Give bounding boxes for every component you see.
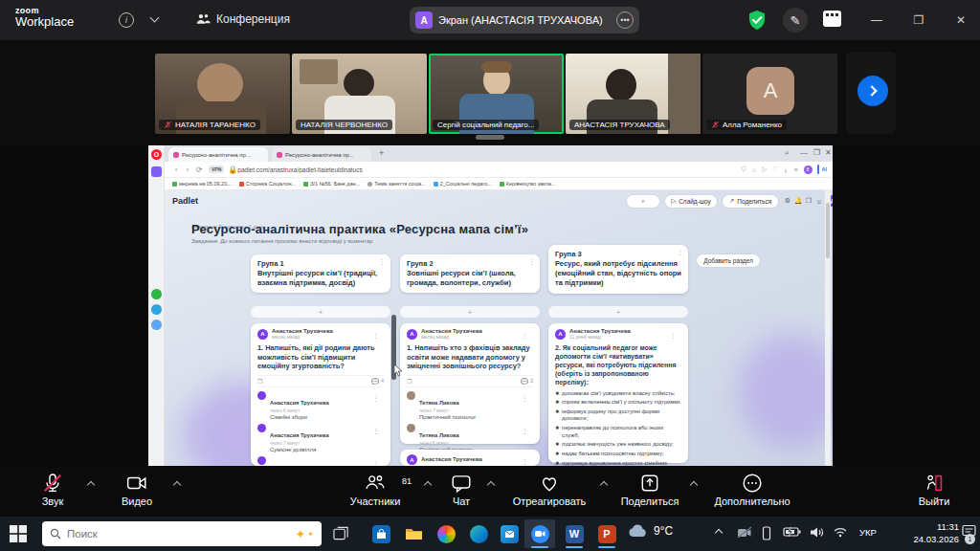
- user-icon[interactable]: ☺: [814, 198, 824, 205]
- clock[interactable]: 11:31 24.03.2026: [888, 521, 959, 546]
- back-icon[interactable]: ‹: [170, 165, 182, 174]
- padlet-share-button[interactable]: ↗Поделиться: [723, 195, 778, 208]
- post-card-group3[interactable]: А Анастасия Трухачева 11 дней назад ⋮ 2.…: [548, 323, 688, 463]
- comment-menu-icon[interactable]: ⋮: [372, 428, 379, 435]
- column-menu-icon[interactable]: ⋮: [528, 258, 535, 266]
- video-options-chevron[interactable]: [173, 481, 181, 489]
- participants-button[interactable]: Участники 81: [331, 473, 419, 507]
- participant-tile[interactable]: АНАСТАСІЯ ТРУХАЧОВА: [566, 54, 701, 134]
- speaker-tray-icon[interactable]: [810, 526, 825, 539]
- chat-options-chevron[interactable]: [487, 481, 495, 489]
- bookmark-item[interactable]: мережа на 05.09.20...: [172, 181, 232, 187]
- copilot-m365-icon[interactable]: [431, 519, 461, 548]
- taskbar-search[interactable]: ✦ ✦: [42, 521, 322, 546]
- column-header-group3[interactable]: ⋮ Група 3 Ресурс, який потребує підсилен…: [548, 245, 688, 294]
- sidebar-toggle-icon[interactable]: [817, 165, 819, 174]
- minimize-button[interactable]: —: [863, 10, 890, 31]
- messenger-icon[interactable]: [151, 320, 162, 330]
- security-shield-icon[interactable]: [746, 10, 768, 31]
- padlet-search-button[interactable]: ⌕: [627, 195, 659, 208]
- add-section-button[interactable]: Добавить раздел: [697, 254, 760, 267]
- weather-widget[interactable]: 9°C: [627, 523, 673, 539]
- language-indicator[interactable]: УКР: [859, 527, 877, 538]
- download-icon[interactable]: ⭳: [781, 166, 791, 173]
- tab-more-icon[interactable]: •••: [616, 11, 634, 29]
- aria-ai-button[interactable]: AI: [822, 166, 828, 172]
- post-card-group2[interactable]: А Анастасия Трухачева месяц назад ⋮ 1. Н…: [400, 323, 540, 444]
- close-button[interactable]: ✕: [947, 10, 974, 31]
- address-bar[interactable]: padlet.com/anastruxa/padlet-tiaieteuldin…: [237, 166, 738, 173]
- browser-restore-icon[interactable]: ❐: [813, 148, 820, 157]
- meeting-info-icon[interactable]: i: [119, 12, 134, 28]
- add-post-button[interactable]: +: [400, 306, 540, 318]
- browser-tab[interactable]: Ресурсно-аналітична пр...: [272, 147, 371, 162]
- react-button[interactable]: Отреагировать: [501, 473, 597, 507]
- post-menu-icon[interactable]: ⋮: [372, 332, 379, 340]
- gear-icon[interactable]: ⚙: [783, 197, 792, 205]
- bookmark-item[interactable]: 2_Соціальні педаго...: [434, 181, 492, 187]
- annotate-icon[interactable]: ✎: [783, 8, 808, 33]
- next-videos-button[interactable]: [858, 76, 888, 106]
- add-post-button[interactable]: +: [251, 306, 390, 318]
- bookmark-item[interactable]: Тема заняття соціа...: [368, 181, 426, 187]
- forward-icon[interactable]: ›: [182, 165, 193, 174]
- word-app-icon[interactable]: W: [559, 519, 590, 548]
- heart-collections-icon[interactable]: ♡: [770, 165, 781, 173]
- leave-button[interactable]: Выйти: [903, 473, 965, 507]
- slideshow-button[interactable]: ▷Слайд-шоу: [665, 195, 717, 208]
- zoom-app-icon[interactable]: [524, 519, 555, 548]
- participant-tile[interactable]: НАТАЛІЯ ТАРАНЕНКО: [155, 54, 290, 134]
- post-menu-icon[interactable]: ⋮: [522, 332, 528, 340]
- workspace-icon[interactable]: [151, 166, 162, 177]
- phone-link-tray-icon[interactable]: [762, 526, 771, 540]
- column-header-group1[interactable]: ⋮ Група 1 Внутрішні ресурси сім’ї (тради…: [251, 254, 390, 293]
- whatsapp-icon[interactable]: [151, 289, 162, 299]
- bookmark-icon[interactable]: ⛉: [739, 165, 749, 173]
- browser-minimize-icon[interactable]: —: [800, 148, 808, 157]
- apps-grid-icon[interactable]: [823, 11, 841, 27]
- reload-icon[interactable]: ⟳: [193, 165, 205, 174]
- chevron-down-icon[interactable]: [150, 13, 160, 23]
- browser-search-icon[interactable]: ⌕: [785, 148, 789, 158]
- participants-options-chevron[interactable]: [424, 481, 432, 489]
- post-card-group1[interactable]: А Анастасия Трухачева месяц назад ⋮ 1. Н…: [251, 323, 390, 466]
- audio-options-chevron[interactable]: [87, 481, 95, 489]
- post-card-partial[interactable]: А Анастасия Трухачева ⋮: [400, 450, 540, 466]
- participant-tile[interactable]: А Алла Романенко: [702, 54, 837, 134]
- bookmark-item[interactable]: З/1 №56: Банк дан...: [303, 181, 360, 187]
- column-menu-icon[interactable]: ⋮: [379, 258, 386, 266]
- bookmark-item[interactable]: Керівництво закла...: [500, 181, 556, 187]
- restore-button[interactable]: ❐: [905, 10, 932, 31]
- participant-tile-active-speaker[interactable]: Сергій соціальний педаго...: [429, 54, 564, 134]
- start-button[interactable]: [10, 525, 27, 542]
- outlook-app-icon[interactable]: [494, 519, 524, 548]
- hidden-icons-chevron[interactable]: [715, 529, 723, 537]
- comment-menu-icon[interactable]: ⋮: [372, 460, 379, 466]
- new-tab-button[interactable]: +: [379, 148, 384, 158]
- padlet-logo[interactable]: Padlet: [172, 196, 198, 206]
- menu-icon[interactable]: ≡: [791, 166, 802, 173]
- share-options-chevron[interactable]: [690, 481, 698, 489]
- column-menu-icon[interactable]: ⋮: [677, 249, 683, 256]
- video-button[interactable]: Видео: [103, 473, 170, 507]
- bell-icon[interactable]: 🔔: [793, 197, 803, 205]
- comment-menu-icon[interactable]: ⋮: [372, 395, 379, 403]
- powerpoint-app-icon[interactable]: P: [591, 519, 622, 548]
- file-explorer-icon[interactable]: [398, 519, 429, 548]
- column-header-group2[interactable]: ⋮ Група 2 Зовнішні ресурси сім’ї (школа,…: [400, 254, 540, 293]
- copy-icon[interactable]: ❐: [804, 197, 813, 205]
- camera-off-tray-icon[interactable]: [737, 526, 752, 539]
- screen-share-tab[interactable]: A Экран (АНАСТАСІЯ ТРУХАЧОВА) •••: [410, 7, 639, 33]
- share-screen-button[interactable]: Поделиться: [612, 473, 687, 507]
- audio-button[interactable]: Звук: [21, 473, 84, 507]
- bookmark-item[interactable]: Сторінка Соціалон...: [239, 181, 296, 187]
- telegram-icon[interactable]: [151, 304, 162, 315]
- vpn-badge[interactable]: VPN: [209, 165, 224, 173]
- search-input[interactable]: [67, 528, 289, 540]
- comment-menu-icon[interactable]: ⋮: [522, 428, 528, 435]
- opera-logo-icon[interactable]: O: [151, 149, 162, 160]
- copy-post-icon[interactable]: ❐: [257, 378, 262, 385]
- post-menu-icon[interactable]: ⋮: [522, 458, 528, 466]
- page-scrollbar-thumb[interactable]: [826, 203, 830, 258]
- filmstrip-drag-handle[interactable]: [476, 135, 504, 140]
